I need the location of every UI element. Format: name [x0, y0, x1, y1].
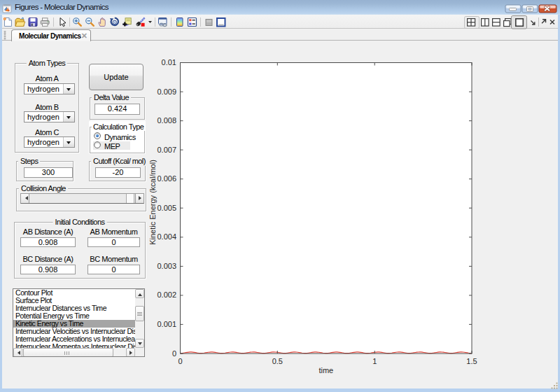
svg-text:0.005: 0.005	[157, 204, 176, 212]
svg-text:0.003: 0.003	[157, 262, 176, 270]
svg-text:0.004: 0.004	[157, 232, 176, 241]
svg-text:0.009: 0.009	[157, 88, 176, 96]
svg-text:0: 0	[178, 357, 182, 365]
svg-text:time: time	[318, 366, 333, 374]
svg-text:0.01: 0.01	[162, 58, 176, 66]
svg-text:0.001: 0.001	[157, 320, 176, 328]
svg-text:0.002: 0.002	[157, 290, 176, 299]
svg-text:0.007: 0.007	[157, 146, 176, 154]
svg-text:0.006: 0.006	[157, 174, 176, 183]
svg-text:1: 1	[372, 357, 377, 365]
svg-text:0.5: 0.5	[272, 357, 283, 365]
svg-text:1.5: 1.5	[466, 357, 477, 365]
svg-text:Kinetic Energy (kcal/mol): Kinetic Energy (kcal/mol)	[148, 160, 157, 245]
svg-text:0.008: 0.008	[157, 116, 176, 125]
svg-text:0: 0	[172, 349, 176, 358]
